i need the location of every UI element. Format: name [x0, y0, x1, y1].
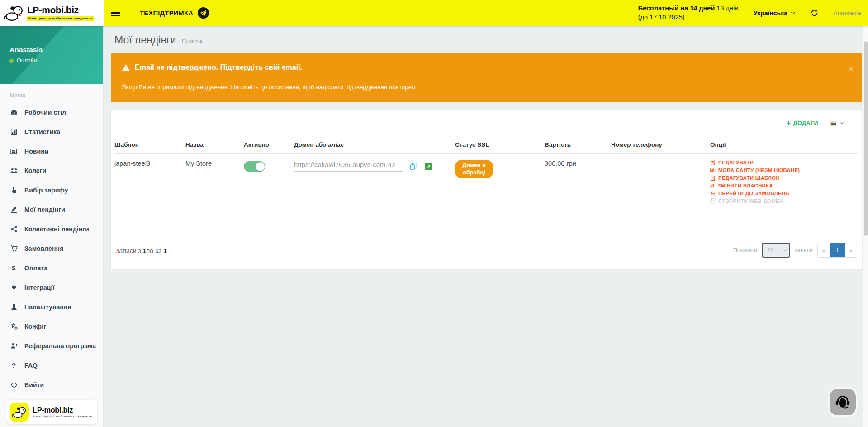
sidebar-item-orders[interactable]: Замовлення	[0, 239, 103, 258]
trial-plan-label: Бесплатный на 14 дней	[638, 5, 715, 12]
sidebar-item-payment[interactable]: $ Оплата	[0, 258, 103, 278]
plus-icon: +	[787, 120, 791, 127]
page-1-button[interactable]: 1	[830, 243, 845, 257]
brand-name: LP-mobi.biz	[27, 5, 94, 15]
newspaper-icon	[9, 148, 18, 155]
hamburger-menu-button[interactable]	[104, 0, 128, 26]
active-toggle[interactable]	[244, 161, 265, 172]
page-size-select[interactable]: 20	[762, 243, 790, 258]
sidebar-item-config[interactable]: Конфіг	[0, 317, 103, 336]
language-selector[interactable]: Українська	[745, 0, 802, 26]
cell-price: 300.00 грн	[545, 154, 611, 231]
brand-tagline: Конструктор мобильных лендингов	[27, 16, 94, 21]
online-status-label: Онлайн	[17, 58, 37, 64]
sidebar-item-news[interactable]: Новини	[0, 141, 103, 161]
page-title: Мої лендінги	[114, 34, 176, 46]
column-header-phone: Номер телефону	[611, 136, 710, 153]
copy-icon[interactable]	[410, 163, 417, 172]
column-header-active: Активно	[244, 136, 294, 153]
column-header-domain: Домен або аліас	[294, 136, 455, 153]
scrollbar-thumb[interactable]	[864, 41, 868, 236]
sidebar-item-tariff[interactable]: Вибір тарифу	[0, 180, 103, 200]
pagination-bar: Записи з1по1з1 Показати 20 записи « 1 »	[114, 236, 858, 269]
trial-until-date: (до 17.10.2025)	[638, 13, 738, 22]
cell-options: РЕДАГУВАТИ МОВА САЙТУ (НЕЗМІНЮВАНЕ) РЕДА…	[710, 154, 858, 231]
go-to-orders-link[interactable]: ПЕРЕЙТИ ДО ЗАМОВЛЕНЬ	[710, 191, 855, 196]
bar-chart-icon	[9, 128, 18, 135]
site-language-link[interactable]: МОВА САЙТУ (НЕЗМІНЮВАНЕ)	[710, 168, 855, 173]
edit-link[interactable]: РЕДАГУВАТИ	[710, 160, 855, 165]
online-status-dot	[9, 59, 14, 63]
alert-title: Email не підтверджено. Підтвердіть свій …	[135, 63, 302, 72]
add-landing-button[interactable]: + ДОДАТИ	[787, 120, 818, 127]
column-header-name: Назва	[185, 136, 244, 153]
sidebar-footer-logo[interactable]: LP-mobi.biz Конструктор мобільних лендін…	[6, 400, 97, 424]
sidebar-item-referral[interactable]: Реферальна програма	[0, 336, 103, 355]
sidebar-item-colleagues[interactable]: Колеги	[0, 161, 103, 180]
page-subtitle: Список	[181, 38, 203, 45]
user-icon	[9, 303, 18, 311]
cart-icon	[710, 191, 716, 196]
edit-icon	[710, 160, 716, 165]
records-summary: Записи з1по1з1	[115, 247, 167, 254]
telegram-icon	[197, 7, 209, 19]
dollar-icon: $	[9, 264, 18, 272]
hand-pointer-icon	[9, 187, 18, 194]
pager: « 1 »	[817, 243, 857, 258]
brand-logo[interactable]: LP-mobi.biz Конструктор мобильных лендин…	[0, 0, 104, 26]
sidebar-item-my-landings[interactable]: Мої лендінги	[0, 200, 103, 219]
change-owner-link[interactable]: ⇄ ЗМІНИТИ ВЛАСНИКА	[710, 183, 855, 188]
next-page-button[interactable]: »	[845, 243, 857, 257]
landings-card: + ДОДАТИ ▦ Шаблон Назва Активно Домен аб…	[111, 110, 862, 269]
support-link[interactable]: ТЕХПІДТРИМКА	[128, 0, 221, 26]
column-header-ssl: Статус SSL	[455, 136, 545, 153]
create-web-domain-link: СТВОРИТИ WEB-ДОМЕН	[710, 198, 855, 204]
sidebar-menu: Робочий стіл Статистика Новини Колеги Ви…	[0, 102, 103, 394]
prev-page-button[interactable]: «	[818, 243, 830, 257]
vertical-scrollbar	[863, 26, 868, 427]
refresh-button[interactable]	[802, 0, 826, 26]
domain-input[interactable]	[294, 160, 403, 172]
plug-icon	[9, 284, 18, 291]
headset-icon	[833, 393, 852, 412]
edit-template-link[interactable]: РЕДАГУВАТИ ШАБЛОН	[710, 175, 855, 181]
edit-icon	[710, 175, 716, 181]
external-link-icon[interactable]: ↗	[425, 163, 432, 170]
account-menu[interactable]: Anastasia	[826, 10, 868, 17]
support-chat-button[interactable]	[830, 389, 856, 415]
cart-icon	[9, 245, 18, 252]
grid-icon: ▦	[830, 120, 837, 126]
table-header-row: Шаблон Назва Активно Домен або аліас Ста…	[114, 136, 858, 154]
sidebar-item-dashboard[interactable]: Робочий стіл	[0, 102, 103, 122]
email-warning-alert: Email не підтверджено. Підтвердіть свій …	[111, 53, 862, 102]
clone-icon	[710, 198, 716, 204]
alert-text: Якщо Ви не отримали підтвердження.	[122, 84, 229, 91]
gears-icon	[9, 323, 18, 330]
close-icon[interactable]: ×	[849, 64, 854, 73]
refresh-icon	[811, 9, 818, 17]
dog-logo-icon	[4, 4, 24, 22]
sidebar-item-collective-landings[interactable]: Колективні лендінги	[0, 219, 103, 239]
sidebar-item-faq[interactable]: ? FAQ	[0, 355, 103, 375]
cell-phone	[611, 154, 710, 231]
column-header-template: Шаблон	[114, 136, 185, 153]
chevron-down-icon	[840, 120, 844, 124]
table-view-dropdown[interactable]: ▦	[830, 120, 843, 126]
sidebar-item-statistics[interactable]: Статистика	[0, 122, 103, 141]
dog-logo-icon	[10, 403, 29, 422]
main-content: Мої лендінги Список Email не підтверджен…	[104, 26, 868, 427]
trial-status: Бесплатный на 14 дней 13 днів (до 17.10.…	[638, 4, 745, 22]
table-row: japan-steel3 My Store ↗ Домен в обробці …	[114, 154, 858, 231]
share-icon	[9, 225, 18, 233]
warning-icon	[122, 64, 130, 72]
brand-tagline: Конструктор мобільних лендінгів	[33, 415, 92, 418]
sidebar-item-integrations[interactable]: Інтеграції	[0, 278, 103, 297]
column-header-price: Вартість	[545, 136, 611, 153]
user-plus-icon	[9, 342, 18, 350]
cell-template: japan-steel3	[114, 154, 185, 231]
language-icon	[710, 168, 716, 173]
question-icon: ?	[9, 362, 18, 369]
sidebar-item-logout[interactable]: Вийти	[0, 375, 103, 394]
resend-confirmation-link[interactable]: Натисніть це посилання, щоб надіслати пі…	[231, 84, 415, 91]
sidebar-item-settings[interactable]: Налаштування	[0, 297, 103, 317]
